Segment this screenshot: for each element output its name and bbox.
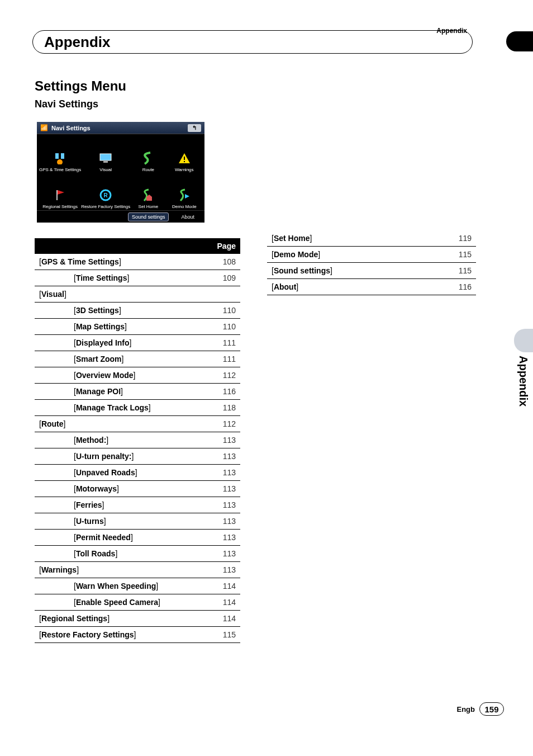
table-row: [Toll Roads]113 [35,546,240,562]
screenshot-title: Navi Settings [51,125,91,131]
sound-settings-button: Sound settings [128,212,169,221]
table-row: [Warn When Speeding]114 [35,578,240,594]
page-cell: 119 [442,230,476,247]
page-cell [207,286,240,303]
svg-rect-4 [103,161,108,163]
table-row: [GPS & Time Settings]108 [35,254,240,270]
svg-rect-1 [61,153,64,159]
table-row: [U-turn penalty:]113 [35,448,240,465]
demo-icon [177,188,192,202]
page-cell: 113 [207,481,240,497]
table-row: [About]116 [267,279,476,295]
settings-table-left: Page [GPS & Time Settings]108[Time Setti… [35,238,240,643]
table-row: [Unpaved Roads]113 [35,465,240,481]
cell-warnings: Warnings [175,167,194,172]
setting-name-cell: [Set Home] [267,230,442,247]
table-row: [Route]112 [35,416,240,432]
cell-regional: Regional Settings [42,204,78,209]
footer-language: Engb [457,705,475,714]
page-cell: 112 [207,367,240,384]
section-title: Settings Menu [35,78,126,94]
setting-name-cell: [Manage Track Logs] [35,400,207,416]
setting-name-cell: [Sound settings] [267,263,442,279]
setting-name-cell: [GPS & Time Settings] [35,254,207,270]
navi-settings-screenshot: 📶 Navi Settings ↰ GPS & Time Settings Vi… [37,122,204,223]
page-cell: 110 [207,303,240,319]
svg-text:R: R [104,192,108,199]
cell-route: Route [142,167,154,172]
setting-name-cell: [Warn When Speeding] [35,578,207,594]
page-cell: 113 [207,497,240,513]
setting-name-cell: [Visual] [35,286,207,303]
page-cell: 115 [442,247,476,263]
table-row: [Manage POI]116 [35,384,240,400]
table-row: [3D Settings]110 [35,303,240,319]
setting-name-cell: [Overview Mode] [35,367,207,384]
page-cell: 115 [207,627,240,643]
chapter-title: Appendix [44,34,110,51]
table-row: [Permit Needed]113 [35,530,240,546]
setting-name-cell: [Route] [35,416,207,432]
table-row: [Sound settings]115 [267,263,476,279]
page-cell: 118 [207,400,240,416]
page-cell: 111 [207,351,240,367]
cell-visual: Visual [99,167,112,172]
page-cell: 115 [442,263,476,279]
page-cell: 111 [207,335,240,351]
setting-name-cell: [About] [267,279,442,295]
page-cell: 116 [442,279,476,295]
settings-table-right: [Set Home]119[Demo Mode]115[Sound settin… [267,230,476,295]
setting-name-cell: [U-turn penalty:] [35,448,207,465]
svg-rect-7 [184,161,185,162]
page-cell: 113 [207,448,240,465]
route-icon [140,152,156,165]
setting-name-cell: [Warnings] [35,562,207,578]
page-cell: 112 [207,416,240,432]
page-cell: 108 [207,254,240,270]
table-row: [Set Home]119 [267,230,476,247]
home-icon [140,188,156,202]
table-row: [Visual] [35,286,240,303]
page-number-badge: 159 [479,702,504,716]
back-icon: ↰ [188,124,201,132]
page-cell: 114 [207,611,240,627]
screenshot-footer: Sound settings About [37,210,204,223]
cell-demo: Demo Mode [172,204,197,209]
table-row: [Warnings]113 [35,562,240,578]
cell-sethome: Set Home [139,204,159,209]
setting-name-cell: [Unpaved Roads] [35,465,207,481]
col-header-page: Page [207,238,240,254]
setting-name-cell: [Regional Settings] [35,611,207,627]
page-cell: 110 [207,319,240,335]
svg-marker-9 [58,190,64,195]
satellite-icon [53,152,68,165]
setting-name-cell: [Ferries] [35,497,207,513]
setting-name-cell: [U-turns] [35,513,207,530]
monitor-icon [98,152,113,165]
page-cell: 114 [207,578,240,594]
setting-name-cell: [3D Settings] [35,303,207,319]
screenshot-header: 📶 Navi Settings ↰ [37,122,204,134]
svg-rect-0 [55,153,59,159]
page-cell: 116 [207,384,240,400]
setting-name-cell: [Smart Zoom] [35,351,207,367]
warning-icon [177,152,192,165]
page-cell: 109 [207,270,240,286]
page-cell: 113 [207,562,240,578]
table-row: [Smart Zoom]111 [35,351,240,367]
setting-name-cell: [Time Settings] [35,270,207,286]
svg-point-2 [57,159,63,164]
setting-name-cell: [Manage POI] [35,384,207,400]
svg-rect-3 [100,154,111,160]
table-row: [Overview Mode]112 [35,367,240,384]
antenna-icon: 📶 [40,124,48,131]
setting-name-cell: [Enable Speed Camera] [35,594,207,611]
chapter-capsule: Appendix [32,30,473,54]
side-tab [514,329,533,352]
setting-name-cell: [Method:] [35,432,207,448]
cell-gps: GPS & Time Settings [39,167,81,172]
setting-name-cell: [Demo Mode] [267,247,442,263]
table-row: [Enable Speed Camera]114 [35,594,240,611]
svg-rect-8 [56,190,58,200]
table-row: [Motorways]113 [35,481,240,497]
